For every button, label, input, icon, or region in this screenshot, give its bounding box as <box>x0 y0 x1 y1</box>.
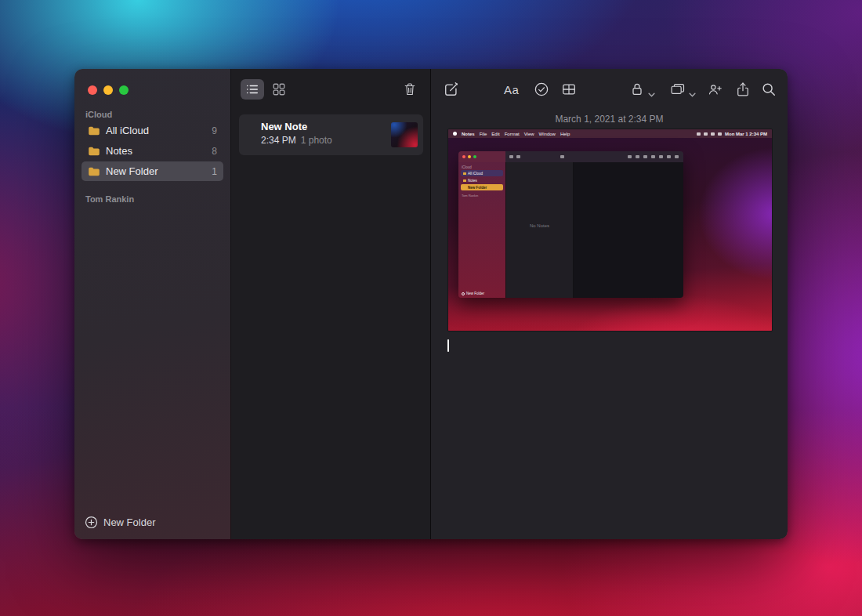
wifi-icon <box>704 132 708 136</box>
trash-icon <box>560 155 564 158</box>
control-center-icon <box>718 132 722 136</box>
embedded-note-list-pane: No Notes <box>505 162 574 298</box>
embedded-menu-item: Edit <box>491 132 499 136</box>
list-view-button[interactable] <box>241 79 264 100</box>
embedded-menubar: Notes File Edit Format View Window Help <box>448 129 772 138</box>
note-editor-body[interactable]: Notes File Edit Format View Window Help <box>431 69 788 539</box>
account-section-label: Tom Rankin <box>85 194 134 204</box>
media-icon <box>659 155 663 158</box>
embedded-trash-icon <box>560 155 564 158</box>
embedded-empty-state: No Notes <box>506 223 573 228</box>
embedded-folder-label: Notes <box>468 179 477 183</box>
embedded-menubar-status: Mon Mar 1 2:34 PM <box>697 132 767 136</box>
note-thumbnail <box>391 122 418 147</box>
embedded-window-body: iCloud All iCloud Notes <box>458 162 683 298</box>
list-toolbar <box>241 79 419 100</box>
checklist-icon <box>636 155 639 158</box>
embedded-sidebar: iCloud All iCloud Notes <box>458 162 505 298</box>
close-button <box>462 155 465 158</box>
folder-label: All iCloud <box>106 125 149 136</box>
table-icon <box>643 155 647 158</box>
lock-icon <box>651 155 655 158</box>
embedded-menu-item: Help <box>560 132 570 136</box>
embedded-menubar-menus: Notes File Edit Format View Window Help <box>453 132 570 136</box>
note-meta: 1 photo <box>301 136 332 146</box>
embedded-clock: Mon Mar 1 2:34 PM <box>725 132 767 136</box>
folder-label: New Folder <box>106 165 158 177</box>
folder-label: Notes <box>106 145 132 157</box>
gallery-view-icon <box>516 155 520 158</box>
embedded-toolbar-icons <box>628 155 679 158</box>
embedded-notes-window: iCloud All iCloud Notes <box>458 151 683 298</box>
folder-icon <box>463 179 466 182</box>
embedded-titlebar <box>458 151 683 162</box>
text-cursor <box>447 339 449 352</box>
embedded-folder-label: All iCloud <box>468 172 483 176</box>
embedded-menu-item: View <box>524 132 534 136</box>
embedded-desktop-image: Notes File Edit Format View Window Help <box>448 129 772 331</box>
new-folder-button[interactable]: New Folder <box>85 516 155 529</box>
delete-note-button[interactable] <box>400 79 419 100</box>
folders-sidebar: iCloud All iCloud 9 Notes 8 New <box>74 69 231 539</box>
embedded-menu-item: File <box>480 132 487 136</box>
embedded-window-controls <box>462 155 476 158</box>
editor-pane: Aa <box>431 69 788 539</box>
window-controls <box>88 85 129 95</box>
sidebar-item-notes[interactable]: Notes 8 <box>81 141 223 161</box>
list-view-icon <box>509 155 513 158</box>
note-time: 2:34 PM <box>261 136 296 146</box>
embedded-folder-label: New Folder <box>468 186 487 190</box>
new-folder-button-label: New Folder <box>103 516 155 528</box>
folder-count: 8 <box>212 146 217 157</box>
trash-icon <box>403 82 417 96</box>
embedded-view-toggle-icons <box>509 155 520 158</box>
embedded-folder-list: All iCloud Notes New Folder <box>461 170 503 191</box>
embedded-new-folder-label: New Folder <box>466 292 484 295</box>
zoom-button <box>473 155 476 158</box>
folder-count: 9 <box>212 125 217 136</box>
folder-icon <box>88 125 100 136</box>
gallery-view-button[interactable] <box>267 79 291 100</box>
spotlight-icon <box>711 132 715 136</box>
note-image-attachment[interactable]: Notes File Edit Format View Window Help <box>448 129 772 331</box>
icloud-section-label: iCloud <box>85 110 112 119</box>
embedded-menu-item: Format <box>505 132 520 136</box>
embedded-new-folder-button: New Folder <box>462 292 484 295</box>
embedded-account-label: Tom Rankin <box>462 194 478 197</box>
minimize-button <box>468 155 471 158</box>
sidebar-item-all-icloud[interactable]: All iCloud 9 <box>81 121 223 140</box>
sidebar-item-new-folder[interactable]: New Folder 1 <box>81 161 223 181</box>
embedded-folder-notes: Notes <box>461 177 503 183</box>
embedded-editor-pane <box>574 162 683 298</box>
minimize-button[interactable] <box>103 85 113 95</box>
folder-icon <box>463 172 466 175</box>
circle-plus-icon <box>462 292 465 295</box>
circle-plus-icon <box>85 516 98 529</box>
embedded-menu-item: Window <box>539 132 556 136</box>
share-icon <box>667 155 671 158</box>
notes-window: iCloud All iCloud 9 Notes 8 New <box>74 69 788 539</box>
embedded-icloud-label: iCloud <box>462 165 472 169</box>
note-list-item[interactable]: New Note 2:34 PM 1 photo <box>239 114 423 155</box>
format-icon <box>628 155 632 158</box>
search-icon <box>675 155 679 158</box>
battery-icon <box>697 132 701 136</box>
folder-icon <box>88 166 100 177</box>
gallery-view-icon <box>272 82 286 96</box>
list-view-icon <box>245 82 259 96</box>
zoom-button[interactable] <box>119 85 129 95</box>
folder-count: 1 <box>212 166 217 177</box>
folder-icon <box>463 187 466 189</box>
embedded-menu-item: Notes <box>462 132 475 136</box>
close-button[interactable] <box>88 85 97 95</box>
folder-icon <box>88 146 100 157</box>
note-list-pane: New Note 2:34 PM 1 photo <box>231 69 431 539</box>
embedded-folder-new-folder: New Folder <box>461 184 503 190</box>
apple-menu-icon <box>453 132 457 136</box>
folder-list: All iCloud 9 Notes 8 New Folder 1 <box>81 121 223 182</box>
embedded-folder-all-icloud: All iCloud <box>461 170 503 176</box>
